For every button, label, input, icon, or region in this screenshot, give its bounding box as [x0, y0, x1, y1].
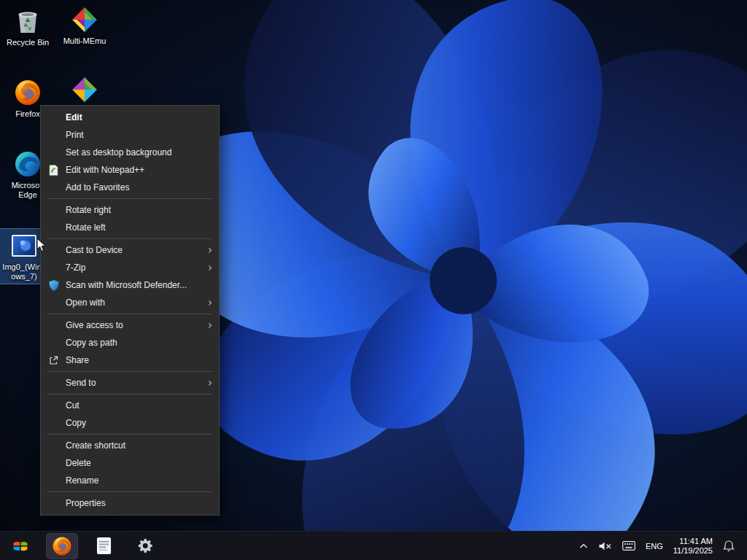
chevron-up-icon — [579, 543, 588, 549]
submenu-arrow-icon: › — [208, 262, 212, 273]
menu-separator — [47, 394, 212, 394]
recycle-bin-icon — [13, 7, 42, 36]
desktop-icon-label: Firefox — [15, 109, 40, 119]
desktop-icon-label: Recycle Bin — [7, 38, 49, 47]
menu-item-edit[interactable]: Edit — [41, 109, 219, 126]
gear-icon — [137, 537, 154, 554]
menu-item-rotate-left[interactable]: Rotate left — [41, 219, 219, 236]
taskbar-settings-button[interactable] — [129, 533, 161, 559]
firefox-icon — [52, 536, 72, 556]
menu-item-label: Properties — [66, 498, 106, 508]
menu-item-label: Rotate right — [66, 205, 111, 215]
menu-item-label: Copy as path — [66, 338, 117, 348]
desktop-icon-app[interactable] — [57, 73, 112, 109]
menu-item-cast-to-device[interactable]: Cast to Device› — [41, 241, 219, 259]
volume-muted-icon — [598, 541, 612, 551]
desktop-icon-recycle-bin[interactable]: Recycle Bin — [0, 4, 55, 50]
tray-keyboard-button[interactable] — [619, 533, 639, 559]
menu-item-label: Share — [66, 355, 89, 365]
menu-item-label: Edit with Notepad++ — [66, 165, 144, 175]
menu-item-cut[interactable]: Cut — [41, 397, 219, 414]
menu-item-give-access-to[interactable]: Give access to› — [41, 316, 219, 334]
menu-item-copy[interactable]: Copy — [41, 414, 219, 432]
submenu-arrow-icon: › — [208, 298, 212, 308]
menu-separator — [47, 238, 212, 239]
notification-bell-icon — [723, 540, 735, 552]
multi-memu-icon — [70, 5, 99, 34]
submenu-arrow-icon: › — [208, 378, 212, 389]
colorful-app-icon — [70, 75, 99, 104]
menu-item-add-to-favorites[interactable]: Add to Favorites — [41, 179, 219, 196]
menu-item-scan-with-microsoft-defender[interactable]: Scan with Microsoft Defender... — [41, 276, 219, 294]
submenu-arrow-icon: › — [208, 320, 212, 331]
defender-shield-icon — [47, 279, 60, 292]
menu-separator — [47, 314, 212, 314]
share-icon — [47, 354, 60, 367]
start-button[interactable] — [4, 533, 36, 559]
menu-separator — [47, 434, 212, 435]
microsoft-edge-icon — [13, 149, 42, 179]
taskbar-left — [0, 533, 161, 559]
menu-item-delete[interactable]: Delete — [41, 454, 219, 472]
menu-item-label: Rename — [66, 475, 98, 486]
menu-separator — [47, 198, 212, 199]
tray-notifications-button[interactable] — [719, 533, 738, 559]
firefox-icon — [13, 78, 42, 107]
taskbar: ENG 11:41 AM 11/19/2025 — [0, 531, 747, 560]
system-tray: ENG 11:41 AM 11/19/2025 — [576, 533, 747, 559]
notepad-icon — [96, 537, 112, 555]
menu-item-label: Edit — [66, 112, 82, 122]
menu-item-send-to[interactable]: Send to› — [41, 374, 219, 392]
tray-volume-button[interactable] — [595, 533, 616, 559]
tray-language-button[interactable]: ENG — [642, 533, 667, 559]
menu-item-label: Print — [66, 130, 84, 140]
menu-item-rename[interactable]: Rename — [41, 472, 219, 489]
menu-item-label: Cut — [66, 400, 80, 411]
menu-item-set-as-desktop-background[interactable]: Set as desktop background — [41, 144, 219, 161]
menu-separator — [47, 371, 212, 372]
menu-item-label: Create shortcut — [66, 440, 125, 451]
menu-item-open-with[interactable]: Open with› — [41, 294, 219, 311]
windows-logo-icon — [11, 537, 30, 556]
desktop-icon-label: Multi-MEmu — [63, 36, 107, 46]
menu-item-label: Cast to Device — [66, 245, 123, 255]
menu-item-7-zip[interactable]: 7-Zip› — [41, 259, 219, 276]
desktop[interactable]: Recycle Bin Multi-MEmu — [0, 0, 747, 531]
tray-date: 11/19/2025 — [673, 546, 713, 556]
menu-item-create-shortcut[interactable]: Create shortcut — [41, 437, 219, 454]
menu-item-properties[interactable]: Properties — [41, 494, 219, 512]
menu-item-label: Open with — [66, 298, 105, 308]
submenu-arrow-icon: › — [208, 245, 212, 256]
menu-item-label: Rotate left — [66, 222, 106, 233]
taskbar-notepad-button[interactable] — [88, 533, 120, 559]
menu-item-label: Delete — [66, 458, 91, 468]
menu-item-copy-as-path[interactable]: Copy as path — [41, 334, 219, 351]
tray-time: 11:41 AM — [679, 537, 713, 546]
image-file-icon — [9, 231, 39, 260]
tray-show-hidden-icons-button[interactable] — [576, 533, 592, 559]
context-menu: Edit Print Set as desktop background Edi… — [40, 105, 220, 516]
touch-keyboard-icon — [622, 541, 635, 551]
menu-item-print[interactable]: Print — [41, 126, 219, 144]
menu-item-label: Scan with Microsoft Defender... — [66, 280, 187, 290]
menu-item-label: Set as desktop background — [66, 147, 171, 158]
menu-item-rotate-right[interactable]: Rotate right — [41, 201, 219, 219]
menu-item-label: Give access to — [66, 320, 123, 330]
menu-item-label: Add to Favorites — [66, 182, 129, 192]
taskbar-firefox-button[interactable] — [46, 533, 78, 559]
menu-item-label: Copy — [66, 418, 86, 428]
menu-item-edit-with-notepad-plus-plus[interactable]: Edit with Notepad++ — [41, 161, 219, 179]
desktop-icon-multi-memu[interactable]: Multi-MEmu — [57, 3, 112, 48]
menu-item-share[interactable]: Share — [41, 351, 219, 369]
menu-separator — [47, 491, 212, 492]
menu-item-label: Send to — [66, 378, 96, 388]
menu-item-label: 7-Zip — [66, 262, 85, 273]
tray-clock-button[interactable]: 11:41 AM 11/19/2025 — [670, 533, 716, 559]
notepad-plus-plus-icon — [47, 164, 60, 176]
